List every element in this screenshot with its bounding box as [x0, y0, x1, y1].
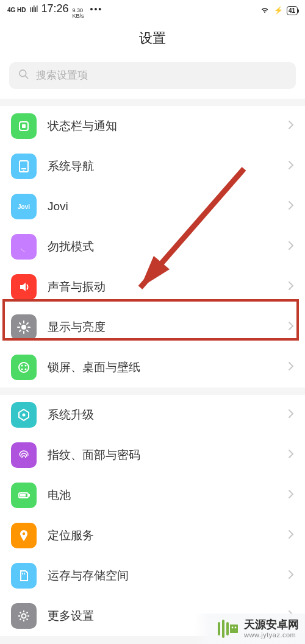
row-display[interactable]: 显示与亮度 — [0, 307, 305, 347]
sound-icon — [11, 274, 37, 300]
svg-line-14 — [27, 330, 28, 331]
svg-point-6 — [23, 170, 24, 171]
update-icon — [11, 402, 37, 428]
svg-line-1 — [26, 76, 28, 79]
row-label: 运存与存储空间 — [37, 568, 288, 584]
row-label: 显示与亮度 — [37, 319, 288, 335]
chevron-right-icon — [288, 489, 294, 501]
status-bar: 4G HD ıılıl 17:26 9.30 KB/s ••• ⚡ 41 — [0, 0, 305, 21]
search-box[interactable] — [9, 62, 296, 89]
svg-rect-3 — [22, 124, 26, 128]
row-label: 状态栏与通知 — [37, 118, 288, 134]
svg-line-34 — [20, 612, 21, 614]
watermark-brand: 天源安卓网 — [244, 619, 299, 631]
network-label: 4G HD — [7, 7, 26, 13]
svg-line-35 — [27, 619, 28, 620]
chevron-right-icon — [288, 570, 294, 582]
svg-point-20 — [21, 369, 23, 370]
moon-icon — [11, 234, 37, 260]
row-label: Jovi — [37, 200, 288, 213]
brightness-icon — [11, 314, 37, 340]
storage-icon — [11, 563, 37, 589]
row-label: 系统导航 — [37, 158, 288, 174]
row-location[interactable]: 定位服务 — [0, 515, 305, 556]
watermark: 天源安卓网 www.jytyaz.com — [194, 614, 305, 644]
search-input[interactable] — [36, 69, 287, 82]
page-title: 设置 — [139, 29, 166, 48]
chevron-right-icon — [288, 120, 294, 132]
charging-icon: ⚡ — [274, 6, 283, 15]
chevron-right-icon — [288, 529, 294, 542]
row-lock-wallpaper[interactable]: 锁屏、桌面与壁纸 — [0, 347, 305, 387]
svg-line-13 — [20, 323, 21, 324]
svg-point-18 — [21, 365, 23, 367]
svg-point-21 — [25, 369, 27, 370]
row-label: 勿扰模式 — [37, 239, 288, 255]
settings-group-1: 状态栏与通知 系统导航 Jovi Jovi 勿扰模式 声音与振动 显示与亮度 — [0, 106, 305, 387]
row-label: 声音与振动 — [37, 279, 288, 295]
svg-line-36 — [20, 619, 21, 620]
svg-point-19 — [25, 365, 27, 367]
row-label: 系统升级 — [37, 407, 288, 423]
chevron-right-icon — [288, 449, 294, 461]
clock-time: 17:26 — [41, 2, 68, 15]
row-system-nav[interactable]: 系统导航 — [0, 146, 305, 186]
section-gap — [0, 99, 305, 106]
svg-point-44 — [235, 627, 237, 629]
more-status-icon: ••• — [88, 4, 103, 14]
row-label: 电池 — [37, 487, 288, 503]
wallpaper-icon — [11, 355, 37, 380]
svg-rect-5 — [21, 168, 26, 169]
svg-line-15 — [20, 330, 21, 331]
svg-line-16 — [27, 323, 28, 324]
row-system-update[interactable]: 系统升级 — [0, 395, 305, 435]
row-storage[interactable]: 运存与存储空间 — [0, 556, 305, 596]
svg-rect-24 — [29, 494, 30, 497]
row-status-notify[interactable]: 状态栏与通知 — [0, 106, 305, 146]
battery-indicator: 41 — [287, 6, 298, 15]
row-label: 指纹、面部与密码 — [37, 447, 288, 463]
search-container — [0, 56, 305, 99]
row-sound[interactable]: 声音与振动 — [0, 267, 305, 307]
location-icon — [11, 523, 37, 548]
section-gap — [0, 387, 305, 395]
row-fingerprint[interactable]: 指纹、面部与密码 — [0, 435, 305, 475]
svg-line-37 — [27, 612, 28, 614]
wifi-icon — [259, 4, 270, 17]
svg-point-22 — [23, 414, 26, 417]
chevron-right-icon — [288, 200, 294, 213]
search-icon — [18, 68, 30, 83]
watermark-domain: www.jytyaz.com — [244, 631, 299, 639]
data-rate: 9.30 KB/s — [73, 8, 84, 18]
row-label: 锁屏、桌面与壁纸 — [37, 359, 288, 375]
svg-point-29 — [22, 614, 26, 618]
chevron-right-icon — [288, 321, 294, 333]
battery-icon — [11, 483, 37, 508]
svg-point-17 — [19, 363, 29, 372]
page-header: 设置 — [0, 21, 305, 56]
gear-icon — [11, 603, 37, 629]
row-label: 定位服务 — [37, 528, 288, 543]
watermark-logo-icon — [216, 617, 239, 640]
status-left: 4G HD ıılıl 17:26 9.30 KB/s ••• — [7, 2, 102, 18]
settings-group-2: 系统升级 指纹、面部与密码 电池 定位服务 运存与存储空间 更多设置 — [0, 395, 305, 636]
svg-rect-25 — [20, 494, 26, 497]
chevron-right-icon — [288, 361, 294, 373]
status-right: ⚡ 41 — [259, 4, 298, 17]
row-dnd[interactable]: 勿扰模式 — [0, 227, 305, 267]
svg-point-43 — [232, 627, 234, 629]
app-icon-status — [11, 113, 37, 139]
row-jovi[interactable]: Jovi Jovi — [0, 186, 305, 227]
fingerprint-icon — [11, 442, 37, 468]
svg-point-8 — [21, 325, 26, 330]
app-icon-jovi: Jovi — [11, 194, 37, 219]
app-icon-nav — [11, 154, 37, 179]
chevron-right-icon — [288, 160, 294, 172]
chevron-right-icon — [288, 281, 294, 293]
signal-icon: ıılıl — [30, 4, 38, 14]
svg-text:Jovi: Jovi — [18, 203, 30, 210]
chevron-right-icon — [288, 241, 294, 253]
chevron-right-icon — [288, 409, 294, 421]
svg-point-26 — [23, 533, 25, 535]
row-battery[interactable]: 电池 — [0, 475, 305, 515]
